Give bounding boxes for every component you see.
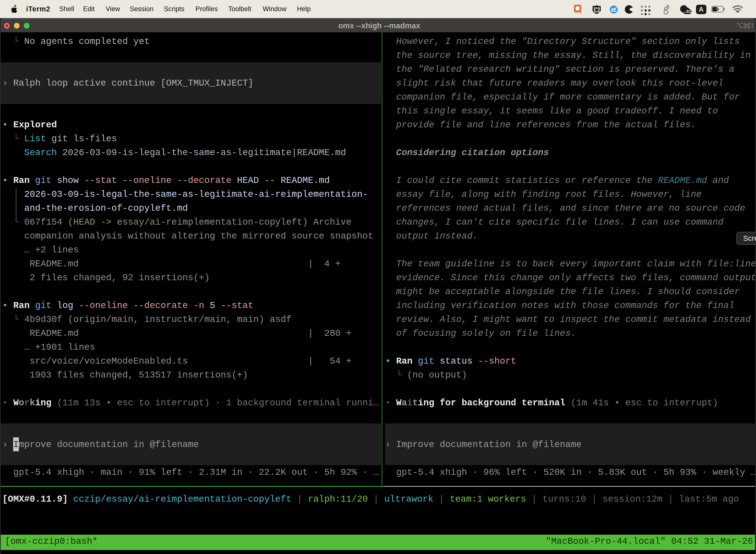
svg-text:1: 1 bbox=[751, 21, 753, 29]
svg-text:..61: ..61 bbox=[684, 9, 691, 14]
